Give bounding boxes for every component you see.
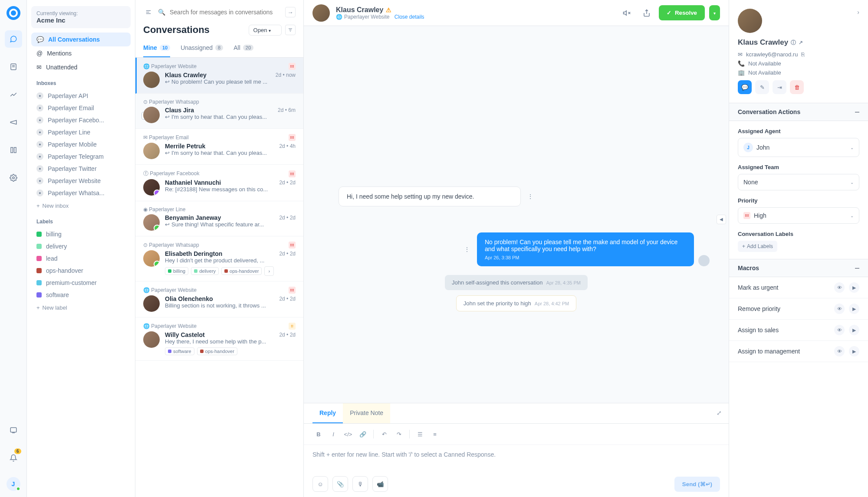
mute-button[interactable] <box>619 5 635 21</box>
inbox-item[interactable]: ●Paperlayer Email <box>31 102 131 114</box>
inbox-item[interactable]: ●Paperlayer API <box>31 90 131 102</box>
conversation-item[interactable]: 🌐 Paperlayer Website!! Willy Castelot2d … <box>135 317 303 361</box>
macro-run-button[interactable]: ▶ <box>849 282 859 293</box>
add-labels-button[interactable]: + Add Labels <box>738 241 777 252</box>
label-item[interactable]: lead <box>31 252 131 265</box>
inboxes-header: Inboxes <box>31 74 131 90</box>
rail-library-icon[interactable] <box>5 141 22 159</box>
assigned-team-select[interactable]: None⌄ <box>738 174 859 190</box>
send-transcript-button[interactable] <box>639 5 654 21</box>
info-icon[interactable]: ⓘ <box>791 39 796 46</box>
tab-reply[interactable]: Reply <box>312 403 343 423</box>
conv-avatar <box>143 179 160 196</box>
workspace-switcher[interactable]: Currently viewing: Acme Inc <box>31 6 131 28</box>
send-button[interactable]: Send (⌘↵) <box>674 477 720 492</box>
collapse-sidebar-button[interactable] <box>143 7 154 17</box>
rail-campaigns-icon[interactable] <box>5 114 22 131</box>
merge-contact-button[interactable]: ⇥ <box>773 80 786 94</box>
message-menu-icon[interactable]: ⋮ <box>464 246 470 253</box>
rail-notifications-icon[interactable]: 6 <box>5 449 22 467</box>
bold-button[interactable]: B <box>312 428 325 440</box>
expand-panel-toggle[interactable]: ◀ <box>717 215 726 224</box>
open-contact-icon[interactable]: › <box>857 9 859 16</box>
link-button[interactable]: 🔗 <box>357 428 369 440</box>
macro-preview-button[interactable]: 👁 <box>834 282 845 293</box>
tab-all[interactable]: All20 <box>233 40 253 57</box>
conversation-actions-header[interactable]: Conversation Actions— <box>729 103 868 121</box>
macro-run-button[interactable]: ▶ <box>849 346 859 356</box>
bullet-list-button[interactable]: ☰ <box>414 428 426 440</box>
reply-icon: ↩ <box>165 78 170 85</box>
attach-file-button[interactable]: 📎 <box>332 476 348 492</box>
label-item[interactable]: premium-customer <box>31 277 131 289</box>
inbox-item[interactable]: ●Paperlayer Facebo... <box>31 114 131 126</box>
nav-all-conversations[interactable]: 💬All Conversations <box>31 33 131 46</box>
assigned-agent-select[interactable]: JJohn⌄ <box>738 138 859 157</box>
resolve-button[interactable]: ✓ Resolve <box>659 5 705 20</box>
tab-unassigned[interactable]: Unassigned8 <box>181 40 223 57</box>
inbox-item[interactable]: ●Paperlayer Website <box>31 175 131 187</box>
inbox-item[interactable]: ●Paperlayer Whatsa... <box>31 187 131 199</box>
conversation-item[interactable]: ⓕ Paperlayer Facebook!!! Nathaniel Vannu… <box>135 165 303 201</box>
status-filter-select[interactable]: Open ▾ <box>249 25 282 36</box>
code-button[interactable]: </> <box>342 428 354 440</box>
rail-docs-icon[interactable] <box>5 422 22 439</box>
conversation-item[interactable]: 🌐 Paperlayer Website!!! Klaus Crawley2d … <box>135 58 303 94</box>
macro-preview-button[interactable]: 👁 <box>834 304 845 314</box>
video-button[interactable]: 📹 <box>372 476 388 492</box>
inbox-item[interactable]: ●Paperlayer Line <box>31 126 131 138</box>
new-message-button[interactable]: 💬 <box>738 80 752 94</box>
nav-unattended[interactable]: ✉Unattended <box>31 60 131 74</box>
label-item[interactable]: software <box>31 289 131 301</box>
new-inbox-link[interactable]: + New inbox <box>31 199 131 213</box>
contact-avatar[interactable] <box>312 4 330 22</box>
inbox-item[interactable]: ●Paperlayer Mobile <box>31 138 131 150</box>
macro-run-button[interactable]: ▶ <box>849 325 859 335</box>
inbox-item[interactable]: ●Paperlayer Telegram <box>31 150 131 163</box>
ordered-list-button[interactable]: ≡ <box>429 428 441 440</box>
nav-mentions[interactable]: @Mentions <box>31 46 131 60</box>
rail-settings-icon[interactable] <box>5 169 22 186</box>
macro-preview-button[interactable]: 👁 <box>834 325 845 335</box>
macros-header[interactable]: Macros— <box>729 259 868 277</box>
redo-button[interactable]: ↷ <box>393 428 405 440</box>
resolve-dropdown[interactable]: ▾ <box>709 5 720 20</box>
tab-mine[interactable]: Mine10 <box>143 40 170 57</box>
conversation-item[interactable]: ◉ Paperlayer Line Benyamin Janeway2d • 2… <box>135 201 303 236</box>
emoji-button[interactable]: ☺ <box>312 476 328 492</box>
message-menu-icon[interactable]: ⋮ <box>527 193 533 200</box>
italic-button[interactable]: I <box>327 428 339 440</box>
message-input[interactable]: Shift + enter for new line. Start with '… <box>304 445 729 471</box>
delete-contact-button[interactable]: 🗑 <box>790 80 804 94</box>
expand-composer-icon[interactable]: ⤢ <box>717 409 722 416</box>
priority-select[interactable]: !!!High⌄ <box>738 207 859 224</box>
copy-icon[interactable]: ⎘ <box>801 51 805 58</box>
rail-contacts-icon[interactable] <box>5 58 22 75</box>
label-item[interactable]: ops-handover <box>31 265 131 277</box>
close-details-link[interactable]: Close details <box>395 14 424 20</box>
search-go-button[interactable]: → <box>285 7 296 17</box>
conversation-item[interactable]: ⊙ Paperlayer Whatsapp!!! Elisabeth Derin… <box>135 236 303 281</box>
undo-button[interactable]: ↶ <box>378 428 390 440</box>
external-link-icon[interactable]: ↗ <box>799 39 803 46</box>
label-item[interactable]: billing <box>31 228 131 240</box>
label-item[interactable]: delivery <box>31 240 131 252</box>
rail-reports-icon[interactable] <box>5 86 22 103</box>
search-input[interactable] <box>170 9 281 16</box>
macro-run-button[interactable]: ▶ <box>849 304 859 314</box>
current-user-avatar[interactable]: J <box>7 477 20 491</box>
rail-conversations-icon[interactable] <box>5 30 22 48</box>
more-labels[interactable]: › <box>264 266 274 276</box>
audio-button[interactable]: 🎙 <box>352 476 368 492</box>
conversation-item[interactable]: ✉ Paperlayer Email!!! Merrile Petruk2d •… <box>135 129 303 165</box>
conversation-item[interactable]: ⊙ Paperlayer Whatsapp Claus Jira2d • 6m … <box>135 94 303 129</box>
edit-contact-button[interactable]: ✎ <box>755 80 769 94</box>
tab-private-note[interactable]: Private Note <box>343 403 390 423</box>
filter-button[interactable] <box>285 25 296 35</box>
macro-preview-button[interactable]: 👁 <box>834 346 845 356</box>
conversation-item[interactable]: 🌐 Paperlayer Website!!! Olia Olenchenko2… <box>135 281 303 317</box>
new-label-link[interactable]: + New label <box>31 301 131 314</box>
inbox-item[interactable]: ●Paperlayer Twitter <box>31 163 131 175</box>
app-logo[interactable] <box>7 6 20 20</box>
conversation-labels-label: Conversation Labels <box>738 231 859 237</box>
